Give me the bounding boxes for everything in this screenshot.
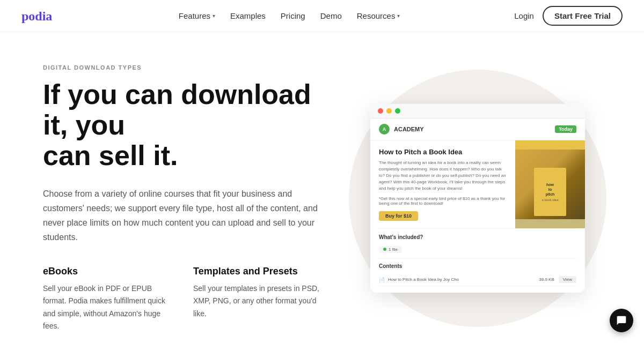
nav-features[interactable]: Features ▾ xyxy=(179,11,215,20)
mockup-today-badge: Today xyxy=(555,125,576,133)
left-column: DIGITAL DOWNLOAD TYPES If you can downlo… xyxy=(43,64,322,343)
browser-dot-close xyxy=(378,108,383,114)
mockup-product-image: howtopitch a book idea xyxy=(515,140,585,229)
mockup-logo-circle: A xyxy=(379,124,390,135)
chat-bubble[interactable] xyxy=(610,309,633,332)
feature-ebooks-title: eBooks xyxy=(43,266,172,277)
file-icon: 📄 xyxy=(379,277,385,282)
nav-pricing[interactable]: Pricing xyxy=(281,11,305,20)
feature-ebooks-desc: Sell your eBook in PDF or EPUB format. P… xyxy=(43,282,172,332)
start-trial-button[interactable]: Start Free Trial xyxy=(543,6,623,26)
browser-bar xyxy=(370,104,585,118)
file-name: How to Pitch a Book Idea by Joy Cho xyxy=(388,277,459,282)
mockup-contents: Contents 📄 How to Pitch a Book Idea by J… xyxy=(370,259,585,293)
nav-demo[interactable]: Demo xyxy=(320,11,342,20)
login-link[interactable]: Login xyxy=(514,11,534,20)
mockup-product-area: How to Pitch a Book Idea The thought of … xyxy=(370,140,585,229)
mockup-whats-included: What's included? 1 file xyxy=(370,229,585,258)
feature-grid: eBooks Sell your eBook in PDF or EPUB fo… xyxy=(43,266,322,343)
contents-label: Contents xyxy=(379,263,576,269)
main-content: DIGITAL DOWNLOAD TYPES If you can downlo… xyxy=(0,32,644,343)
feature-templates: Templates and Presets Sell your template… xyxy=(193,266,322,332)
mockup-header: A ACADEMY Today xyxy=(370,118,585,140)
feature-templates-desc: Sell your templates in presets in PSD, X… xyxy=(193,282,322,319)
nav-resources[interactable]: Resources ▾ xyxy=(357,11,400,20)
navbar: podia Features ▾ Examples Pricing Demo R… xyxy=(0,0,644,32)
file-size: 38.9 KB xyxy=(539,277,554,282)
chevron-down-icon: ▾ xyxy=(397,13,400,19)
logo[interactable]: podia xyxy=(21,9,64,24)
hero-description: Choose from a variety of online courses … xyxy=(43,187,322,245)
book-cover-image: howtopitch a book idea xyxy=(515,150,585,219)
mockup-file-row: 📄 How to Pitch a Book Idea by Joy Cho 38… xyxy=(379,273,576,286)
browser-dot-minimize xyxy=(386,108,392,114)
feature-templates-title: Templates and Presets xyxy=(193,266,322,277)
mockup-product-title: How to Pitch a Book Idea xyxy=(379,148,507,157)
section-label: DIGITAL DOWNLOAD TYPES xyxy=(43,64,322,71)
file-count-label: 1 file xyxy=(389,247,398,252)
mockup-content: A ACADEMY Today How to Pitch a Book Idea… xyxy=(370,118,585,293)
headline: If you can download it, you can sell it. xyxy=(43,79,322,172)
chevron-down-icon: ▾ xyxy=(213,13,215,19)
mockup-product-desc: The thought of turning an idea for a boo… xyxy=(379,160,507,192)
nav-examples[interactable]: Examples xyxy=(230,11,266,20)
browser-dot-maximize xyxy=(395,108,400,114)
file-dot-icon xyxy=(383,248,386,251)
svg-text:podia: podia xyxy=(21,9,52,23)
mockup-product-text: How to Pitch a Book Idea The thought of … xyxy=(370,140,515,229)
nav-links: Features ▾ Examples Pricing Demo Resourc… xyxy=(179,11,400,20)
file-meta: 38.9 KB View xyxy=(539,276,576,283)
feature-ebooks: eBooks Sell your eBook in PDF or EPUB fo… xyxy=(43,266,172,332)
nav-actions: Login Start Free Trial xyxy=(514,6,623,26)
mockup-view-button[interactable]: View xyxy=(559,276,576,283)
file-info-left: 📄 How to Pitch a Book Idea by Joy Cho xyxy=(379,277,459,282)
mockup-file-badge: 1 file xyxy=(379,246,402,253)
right-column: A ACADEMY Today How to Pitch a Book Idea… xyxy=(343,64,612,332)
browser-mockup: A ACADEMY Today How to Pitch a Book Idea… xyxy=(370,104,585,293)
chat-icon xyxy=(616,315,627,326)
mockup-product-price: *Get this now at a special early bird pr… xyxy=(379,196,507,206)
mockup-site-name: ACADEMY xyxy=(394,126,424,132)
whats-included-label: What's included? xyxy=(379,234,576,240)
mockup-buy-button[interactable]: Buy for $10 xyxy=(379,211,418,221)
mockup-logo-area: A ACADEMY xyxy=(379,124,424,135)
